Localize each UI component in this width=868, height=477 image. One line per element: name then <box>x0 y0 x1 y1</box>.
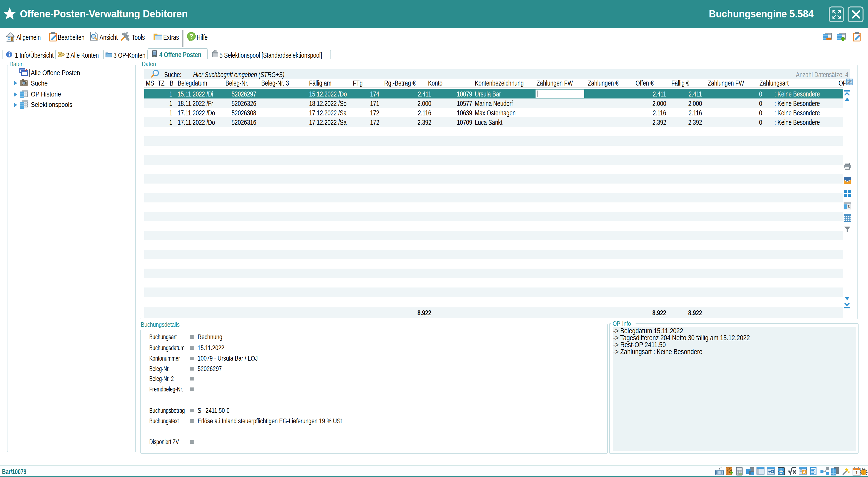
svg-text:Σ: Σ <box>847 204 850 209</box>
svg-text:1: 1 <box>855 470 858 475</box>
svg-text:?: ? <box>189 33 193 40</box>
svg-text:A: A <box>803 470 806 474</box>
